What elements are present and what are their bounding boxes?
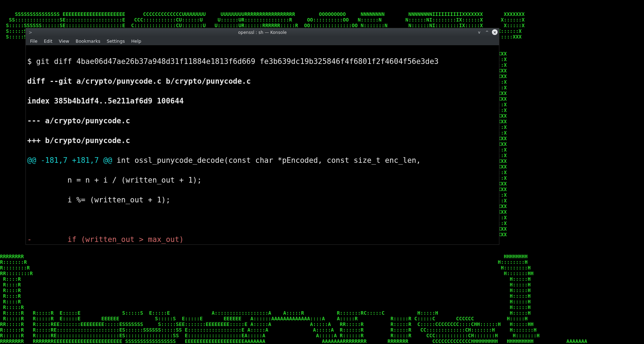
diff-new-file: +++ b/crypto/punycode.c <box>27 136 498 146</box>
diff-header-index: index 385b4b1df4..5e211af6d9 100644 <box>27 96 498 106</box>
diff-header-file: diff --git a/crypto/punycode.c b/crypto/… <box>27 76 498 86</box>
diff-blank-line <box>27 215 498 225</box>
menu-settings[interactable]: Settings <box>104 37 128 45</box>
menu-edit[interactable]: Edit <box>41 37 55 45</box>
window-title: openssl : sh — Konsole <box>238 30 286 35</box>
prompt: $ <box>27 57 36 66</box>
diff-hunk-signature: int ossl_punycode_decode(const char *pEn… <box>112 156 420 165</box>
menu-file[interactable]: File <box>27 37 40 45</box>
close-button[interactable]: × <box>492 29 498 35</box>
diff-removed-line: - if (written_out > max_out) <box>27 235 498 244</box>
diff-context-line: n = n + i / (written_out + 1); <box>27 175 498 185</box>
menu-bookmarks[interactable]: Bookmarks <box>73 37 103 45</box>
diff-old-file: --- a/crypto/punycode.c <box>27 116 498 126</box>
window-menu-icon[interactable]: > <box>28 30 33 35</box>
diff-context-line: i %= (written_out + 1); <box>27 195 498 205</box>
command-text: git diff 4bae06d47ae26b37a948d31f11884e1… <box>36 57 439 66</box>
terminal[interactable]: $ git diff 4bae06d47ae26b37a948d31f11884… <box>26 45 499 244</box>
diff-hunk-range: @@ -181,7 +181,7 @@ <box>27 156 112 165</box>
menu-view[interactable]: View <box>56 37 72 45</box>
menu-help[interactable]: Help <box>128 37 144 45</box>
menubar: File Edit View Bookmarks Settings Help <box>26 37 499 45</box>
konsole-window: > openssl : sh — Konsole v ^ × File Edit… <box>25 28 499 245</box>
maximize-button[interactable]: ^ <box>484 29 490 35</box>
minimize-button[interactable]: v <box>476 29 482 35</box>
window-titlebar[interactable]: > openssl : sh — Konsole v ^ × <box>26 28 499 37</box>
